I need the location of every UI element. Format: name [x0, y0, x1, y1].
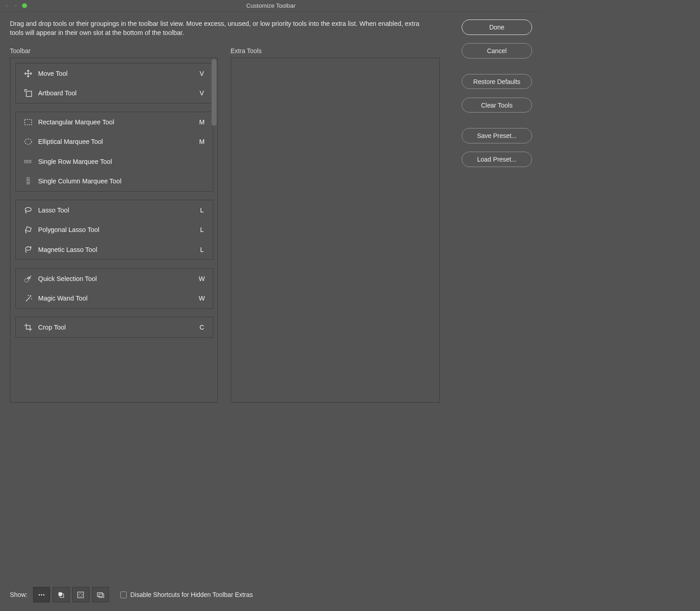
- save-preset-button[interactable]: Save Preset...: [462, 128, 532, 143]
- screenmode-icon: [97, 591, 104, 599]
- tool-row[interactable]: Magic Wand Tool W: [16, 288, 213, 308]
- tool-name: Elliptical Marquee Tool: [35, 138, 197, 145]
- tool-name: Single Column Marquee Tool: [35, 177, 197, 185]
- tool-name: Move Tool: [35, 70, 197, 77]
- svg-line-18: [26, 297, 30, 301]
- disable-shortcuts-checkbox-row[interactable]: Disable Shortcuts for Hidden Toolbar Ext…: [120, 591, 253, 598]
- tool-shortcut: V: [197, 89, 207, 97]
- tool-row[interactable]: Magnetic Lasso Tool L: [16, 240, 213, 259]
- clear-tools-button[interactable]: Clear Tools: [462, 98, 532, 113]
- extras-list[interactable]: [231, 58, 440, 403]
- svg-point-15: [25, 278, 29, 282]
- cancel-button[interactable]: Cancel: [462, 43, 532, 58]
- tool-row[interactable]: Lasso Tool L: [16, 200, 213, 220]
- window-title: Customize Toolbar: [0, 2, 542, 9]
- tool-row[interactable]: Quick Selection Tool W: [16, 269, 213, 288]
- titlebar: Customize Toolbar: [0, 0, 542, 12]
- svg-rect-28: [78, 592, 84, 598]
- tool-name: Artboard Tool: [35, 89, 197, 97]
- tool-shortcut: L: [197, 246, 207, 253]
- quick-select-icon: [21, 274, 35, 283]
- tool-shortcut: W: [197, 275, 207, 282]
- screenmode-toggle[interactable]: [92, 587, 109, 602]
- svg-point-11: [25, 207, 31, 211]
- tool-shortcut: M: [197, 138, 207, 145]
- svg-point-25: [43, 594, 44, 596]
- artboard-icon: [21, 89, 35, 98]
- extras-list-label: Extra Tools: [231, 47, 440, 54]
- tool-row[interactable]: Single Column Marquee Tool: [16, 171, 213, 191]
- tool-row[interactable]: Crop Tool C: [16, 317, 213, 337]
- tool-name: Crop Tool: [35, 324, 197, 331]
- show-label: Show:: [10, 591, 28, 598]
- disable-shortcuts-checkbox[interactable]: [120, 591, 127, 598]
- svg-point-23: [39, 594, 40, 596]
- done-button[interactable]: Done: [462, 20, 532, 34]
- tool-name: Lasso Tool: [35, 207, 197, 214]
- window-controls: [0, 3, 27, 9]
- tool-name: Polygonal Lasso Tool: [35, 226, 197, 233]
- fgbg-swatch-icon: [57, 591, 65, 599]
- rect-marquee-icon: [21, 118, 35, 127]
- close-window-button[interactable]: [4, 3, 10, 9]
- svg-rect-30: [97, 592, 102, 596]
- mag-lasso-icon: [21, 245, 35, 254]
- disable-shortcuts-label: Disable Shortcuts for Hidden Toolbar Ext…: [130, 591, 253, 598]
- crop-icon: [21, 323, 35, 332]
- tool-row[interactable]: Polygonal Lasso Tool L: [16, 220, 213, 240]
- minimize-window-button[interactable]: [13, 3, 19, 9]
- tool-row[interactable]: Move Tool V: [16, 64, 213, 83]
- load-preset-button[interactable]: Load Preset...: [462, 152, 532, 167]
- quickmask-icon: [77, 591, 84, 599]
- svg-point-24: [41, 594, 42, 596]
- tool-group[interactable]: Crop Tool C: [15, 317, 213, 337]
- restore-defaults-button[interactable]: Restore Defaults: [462, 74, 532, 89]
- dialog-footer: Show: Disable Shortcuts for Hidden Toolb…: [0, 581, 700, 611]
- tool-row[interactable]: Single Row Marquee Tool: [16, 152, 213, 171]
- svg-rect-2: [26, 91, 32, 97]
- instructions-text: Drag and drop tools or their groupings i…: [10, 20, 432, 37]
- svg-rect-31: [99, 594, 104, 597]
- toolbar-list[interactable]: Move Tool V Artboard Tool V Rectangular …: [10, 58, 218, 403]
- svg-point-4: [25, 139, 32, 145]
- tool-name: Magic Wand Tool: [35, 295, 197, 302]
- poly-lasso-icon: [21, 225, 35, 234]
- tool-shortcut: C: [197, 324, 207, 331]
- row-marquee-icon: [21, 157, 35, 166]
- svg-rect-3: [25, 119, 32, 125]
- tool-row[interactable]: Rectangular Marquee Tool M: [16, 112, 213, 132]
- svg-marker-12: [25, 227, 31, 232]
- ellipsis-icon: [38, 591, 45, 599]
- fgbg-swatch-toggle[interactable]: [53, 587, 69, 602]
- tool-shortcut: L: [197, 207, 207, 214]
- toolbar-list-label: Toolbar: [10, 47, 218, 54]
- lasso-icon: [21, 206, 35, 215]
- tool-row[interactable]: Elliptical Marquee Tool M: [16, 132, 213, 152]
- ellipsis-toggle[interactable]: [33, 587, 50, 602]
- quickmask-toggle[interactable]: [72, 587, 89, 602]
- tool-shortcut: W: [197, 295, 207, 302]
- tool-group[interactable]: Quick Selection Tool W Magic Wand Tool W: [15, 268, 213, 309]
- tool-name: Quick Selection Tool: [35, 275, 197, 282]
- tool-group[interactable]: Rectangular Marquee Tool M Elliptical Ma…: [15, 112, 213, 191]
- scrollbar-thumb[interactable]: [212, 59, 217, 126]
- tool-shortcut: V: [197, 70, 207, 77]
- svg-point-29: [79, 593, 82, 596]
- svg-point-13: [25, 246, 31, 250]
- tool-name: Magnetic Lasso Tool: [35, 246, 197, 253]
- tool-group[interactable]: Lasso Tool L Polygonal Lasso Tool L Magn…: [15, 200, 213, 260]
- move-icon: [21, 69, 35, 78]
- dialog-buttons: Done Cancel Restore Defaults Clear Tools…: [455, 20, 532, 403]
- tool-group[interactable]: Move Tool V Artboard Tool V: [15, 63, 213, 103]
- svg-rect-27: [59, 592, 62, 596]
- tool-name: Single Row Marquee Tool: [35, 158, 197, 165]
- zoom-window-button[interactable]: [22, 3, 27, 9]
- tool-shortcut: M: [197, 118, 207, 126]
- magic-wand-icon: [21, 294, 35, 303]
- tool-row[interactable]: Artboard Tool V: [16, 84, 213, 103]
- tool-name: Rectangular Marquee Tool: [35, 118, 197, 126]
- col-marquee-icon: [21, 177, 35, 186]
- tool-shortcut: L: [197, 226, 207, 233]
- ellipse-marquee-icon: [21, 137, 35, 146]
